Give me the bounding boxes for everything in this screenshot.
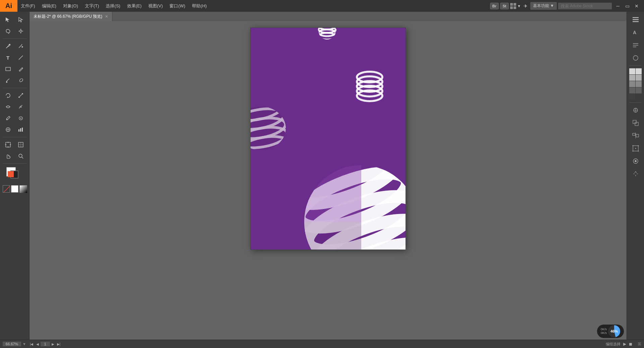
align-panel-button[interactable] — [630, 130, 642, 141]
none-swatch[interactable] — [3, 185, 10, 193]
svg-point-12 — [6, 81, 7, 83]
artboard-tool[interactable] — [2, 139, 14, 150]
select-tools — [2, 14, 28, 25]
menu-view[interactable]: 视图(V) — [145, 0, 166, 12]
upload-speed: 0K/s — [601, 328, 607, 331]
panel-square-9 — [629, 94, 635, 100]
character-panel-button[interactable] — [630, 53, 642, 63]
maximize-button[interactable]: ▭ — [623, 1, 632, 11]
transform-panel-button[interactable] — [630, 143, 642, 154]
paragraph-panel-button[interactable] — [630, 40, 642, 51]
menu-object[interactable]: 对象(O) — [60, 0, 82, 12]
svg-rect-47 — [636, 134, 639, 137]
pen-tools — [2, 41, 28, 52]
pencil-tool[interactable] — [15, 64, 27, 74]
svg-line-9 — [19, 56, 23, 60]
appearance-panel-button[interactable] — [630, 105, 642, 116]
svg-rect-22 — [22, 128, 23, 132]
zoom-tool[interactable] — [15, 151, 27, 161]
layers-panel-button[interactable] — [630, 14, 642, 25]
add-anchor-tool[interactable] — [15, 41, 27, 52]
left-toolbar: T — [0, 12, 30, 348]
transform-tools — [2, 90, 28, 101]
eyedropper-tools — [2, 113, 28, 124]
menu-file[interactable]: 文件(F) — [17, 0, 39, 12]
menu-items: 文件(F) 编辑(E) 对象(O) 文字(T) 选择(S) 效果(E) 视图(V… — [17, 0, 490, 12]
zoom-dropdown-arrow[interactable]: ▼ — [22, 342, 26, 346]
type-tool[interactable]: T — [2, 52, 14, 63]
pen-tool[interactable] — [2, 41, 14, 52]
rotate-tool[interactable] — [2, 90, 14, 101]
page-input[interactable] — [41, 342, 50, 346]
panel-square-7 — [629, 87, 635, 93]
white-swatch[interactable] — [11, 185, 18, 193]
send-icon[interactable]: ✈ — [522, 3, 529, 9]
symbol-tool[interactable] — [2, 124, 14, 135]
minimize-button[interactable]: ─ — [613, 1, 623, 11]
properties-panel-button[interactable]: A — [630, 27, 642, 38]
svg-point-5 — [20, 30, 22, 32]
eyedropper-tool[interactable] — [2, 113, 14, 124]
ai-logo-button[interactable]: Ai — [0, 0, 17, 12]
next-page-button[interactable]: ▶ — [51, 342, 55, 346]
close-button[interactable]: ✕ — [632, 1, 641, 11]
slice-tool[interactable] — [15, 139, 27, 150]
first-page-button[interactable]: |◀ — [29, 342, 35, 346]
prev-page-button[interactable]: ◀ — [35, 342, 40, 346]
red-swatch[interactable] — [8, 171, 14, 177]
performance-indicator: 0K/s 0K/s 46% — [597, 325, 624, 338]
svg-text:A: A — [633, 30, 636, 35]
panel-square-2 — [636, 68, 642, 74]
status-right: 编组选择 ▶ ◼ 英 — [606, 342, 641, 347]
hand-tool[interactable] — [2, 151, 14, 161]
panel-square-6 — [636, 81, 642, 87]
tab-close-button[interactable]: ✕ — [105, 14, 108, 19]
blob-brush-tool[interactable] — [15, 75, 27, 86]
last-page-button[interactable]: ▶| — [56, 342, 62, 346]
menu-right: Br St ▼ ✈ 基本功能 ▼ ─ ▭ ✕ — [490, 1, 644, 11]
lasso-tool[interactable] — [2, 26, 14, 37]
svg-point-56 — [635, 160, 637, 162]
panel-divider-2 — [630, 102, 642, 103]
libraries-panel-button[interactable] — [630, 156, 642, 166]
menu-select[interactable]: 选择(S) — [102, 0, 123, 12]
reshape-tool[interactable] — [15, 101, 27, 112]
swatch-row — [3, 185, 27, 193]
playhead-stop-button[interactable]: ◼ — [629, 342, 632, 346]
measure-tool[interactable] — [15, 113, 27, 124]
graph-tool[interactable] — [15, 124, 27, 135]
paintbrush-tool[interactable] — [2, 75, 14, 86]
playhead-button[interactable]: ▶ — [623, 342, 626, 346]
warp-tool[interactable] — [2, 101, 14, 112]
menu-text[interactable]: 文字(T) — [82, 0, 103, 12]
canvas-area[interactable] — [30, 21, 627, 340]
document-tab[interactable]: 未标题-2* @ 66.67% (RGB/GPU 预览) ✕ — [30, 12, 112, 21]
stock-button[interactable]: St — [500, 3, 509, 9]
gradient-swatch[interactable] — [19, 185, 27, 193]
panel-square-8 — [636, 87, 642, 93]
panel-divider-1 — [630, 65, 642, 66]
color-panel-squares — [629, 68, 642, 100]
svg-point-31 — [19, 154, 22, 157]
direct-select-tool[interactable] — [15, 14, 27, 25]
select-tool[interactable] — [2, 14, 14, 25]
stock-search[interactable] — [558, 3, 612, 9]
menu-help[interactable]: 帮助(H) — [189, 0, 210, 12]
scale-tool[interactable] — [15, 90, 27, 101]
svg-line-32 — [22, 157, 23, 158]
svg-line-33 — [4, 186, 10, 192]
menu-edit[interactable]: 编辑(E) — [39, 0, 60, 12]
divider-1 — [3, 39, 26, 39]
line-tool[interactable] — [15, 52, 27, 63]
menu-window[interactable]: 窗口(W) — [166, 0, 189, 12]
pathfinder-panel-button[interactable] — [630, 118, 642, 128]
magic-wand-tool[interactable] — [15, 26, 27, 37]
panel-square-5 — [629, 81, 635, 87]
workspace-button[interactable]: 基本功能 ▼ — [530, 2, 557, 10]
artboard-tools — [2, 139, 28, 150]
pan-handle-button[interactable] — [630, 168, 642, 179]
zoom-input[interactable] — [3, 342, 21, 346]
rectangle-tool[interactable] — [2, 64, 14, 74]
menu-effect[interactable]: 效果(E) — [124, 0, 145, 12]
bridge-button[interactable]: Br — [490, 3, 499, 9]
